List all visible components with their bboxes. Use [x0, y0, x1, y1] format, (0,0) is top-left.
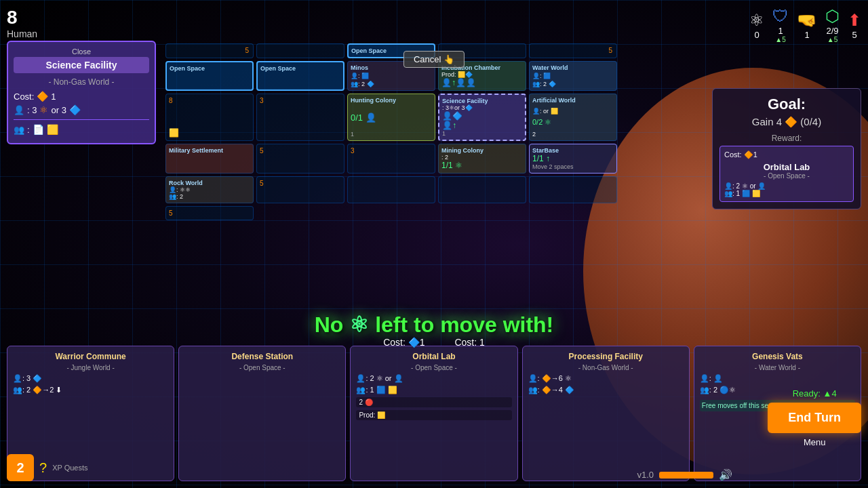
- mining-text: : 2: [441, 154, 448, 161]
- water-text1: 👤: 🟦: [532, 73, 551, 79]
- cost-label: Cost:: [14, 92, 34, 102]
- goal-title: Goal:: [719, 96, 854, 113]
- card-defense-station[interactable]: Defense Station - Open Space -: [178, 346, 346, 481]
- hunting-unit: 0/1 👤: [351, 113, 432, 123]
- map-cell-artificial[interactable]: Artificial World 👤: or 🟨 0/2 ⚛ 2: [529, 94, 617, 141]
- shield-sub: ▲5: [775, 36, 785, 43]
- dome-value: 2/9: [826, 26, 838, 36]
- science-unit2: 👤↑: [442, 121, 522, 130]
- orbital-prod-label: Prod: 🟨: [359, 411, 385, 419]
- genesis-subtitle: - Water World -: [700, 364, 855, 371]
- yellow-icon: 🟨: [47, 124, 58, 135]
- faction-display: Human: [7, 28, 37, 39]
- map-cell-military[interactable]: Military Settlement: [165, 144, 254, 174]
- genesis-title: Genesis Vats: [700, 352, 855, 361]
- minos-resource2: 👥: 2 🔷: [351, 81, 432, 87]
- genesis-req2-text: 👥: 2 🔵⚛: [700, 386, 736, 394]
- xp-area: 2 ? XP Quests: [7, 454, 88, 481]
- incubation-res: Prod: 🟨🔷: [441, 71, 523, 78]
- cost-label1: Cost: 🔷1: [383, 337, 425, 348]
- version-label: v1.0: [637, 470, 654, 480]
- card-orbital-lab[interactable]: Orbital Lab - Open Space - 👤: 2 ⚛ or 👤 👥…: [350, 346, 517, 481]
- warrior-req1: 👤: 3 🔷: [13, 374, 168, 383]
- reward-name: Orbital Lab: [724, 162, 849, 172]
- processing-req2: 👥: 🔶→4 🔷: [528, 386, 684, 394]
- warrior-req2-text: 👥: 2 🔶→2 ⬇: [13, 386, 62, 394]
- science-name: Science Facility: [442, 98, 522, 104]
- map-cell-open-space-1[interactable]: Open Space: [165, 61, 254, 91]
- mining-unit: 1/1 ⚛: [441, 161, 523, 170]
- dome-sub: ▲5: [827, 36, 837, 43]
- shield-value: 1: [778, 26, 783, 36]
- processing-subtitle: - Non-Gas World -: [528, 364, 684, 371]
- science-move: 1: [442, 130, 522, 137]
- message-text: No: [315, 312, 350, 337]
- map-area: 5 Open Space 5 Open Space Open Space Min…: [163, 41, 705, 352]
- science-unit: 👤🔷: [442, 111, 522, 121]
- xp-badge: 2: [7, 454, 34, 481]
- cancel-button[interactable]: Cancel 👆: [403, 51, 465, 68]
- map-cell-hunting[interactable]: Hunting Colony 0/1 👤 1: [347, 94, 435, 141]
- map-cell-rock[interactable]: Rock World 👤: ⚛⚛ 👥: 2: [165, 176, 254, 203]
- hand-value: 1: [804, 30, 809, 40]
- card-title: Science Facility: [14, 57, 149, 73]
- num-3: 3: [260, 97, 341, 104]
- map-cell-2-1: 3: [256, 94, 344, 141]
- warrior-req1-text: 👤: 3 🔷: [13, 374, 42, 383]
- close-label[interactable]: Close: [72, 47, 91, 56]
- processing-req1: 👤: 🔶→6 ⚛: [528, 374, 684, 383]
- volume-icon[interactable]: 🔊: [719, 468, 732, 481]
- message-text2: left to move with!: [369, 312, 553, 337]
- atom-symbol: ⚛: [349, 312, 369, 337]
- xp-quest-button[interactable]: ?: [39, 460, 47, 476]
- map-cell-4-3: [529, 176, 617, 203]
- mining-name: Mining Colony: [441, 147, 523, 154]
- minos-resource: 👤: 🟦: [351, 73, 432, 79]
- hunting-name: Hunting Colony: [351, 97, 432, 104]
- incubation-text: Prod: 🟨🔷: [441, 71, 473, 78]
- rock-text1: 👤: ⚛⚛: [169, 186, 191, 193]
- starbase-move: Move 2 spaces: [532, 163, 614, 170]
- cell-name: Open Space: [260, 65, 340, 72]
- menu-button[interactable]: Menu: [804, 437, 826, 447]
- artificial-text: 👤: or 🟨: [532, 108, 558, 115]
- reward-card: Cost: 🔶1 Orbital Lab - Open Space - 👤: 2…: [719, 146, 854, 202]
- minos-res-text: 👤: 🟦: [351, 73, 369, 79]
- orbital-prod-text: 2 🔴: [359, 399, 372, 406]
- rock-name: Rock World: [169, 180, 250, 186]
- atom-resource-icon: ⚛: [749, 11, 764, 30]
- map-cell-science[interactable]: Science Facility : 3⚛or 3🔷 👤🔷 👤↑ 1: [438, 94, 526, 141]
- map-cell-0-1: [256, 43, 344, 58]
- map-cell-mining[interactable]: Mining Colony : 2 1/1 ⚛: [438, 144, 526, 174]
- resource-bar: ⚛ 0 🛡 1 ▲5 🤜 1 ⬡ 2/9 ▲5 ⬆ 5: [749, 7, 861, 43]
- atom-value: 0: [754, 30, 759, 40]
- cell-num: 5: [608, 47, 612, 54]
- defense-title: Defense Station: [184, 352, 340, 361]
- num-3-3-1: 3: [351, 147, 432, 155]
- warrior-subtitle: - Jungle World -: [13, 364, 168, 371]
- science-facility-card: Close Science Facility - Non-Gas World -…: [7, 41, 156, 144]
- atom-icon: ⚛: [39, 104, 48, 115]
- orbital-req2-text: 👥: 1 🟦 🟨: [356, 386, 397, 394]
- water-res1: 👤: 🟦: [532, 73, 614, 79]
- map-cell-water[interactable]: Water World 👤: 🟦 👥: 2 🔷: [529, 61, 617, 91]
- resource-rank: ⬆ 5: [848, 11, 861, 40]
- goal-desc: Gain 4 🔶 (0/4): [719, 116, 854, 128]
- rock-res2: 👥: 2: [169, 193, 250, 200]
- orbital-prod2: Prod: 🟨: [356, 410, 511, 420]
- bottom-cards-area: Warrior Commune - Jungle World - 👤: 3 🔷 …: [7, 346, 861, 481]
- reward-subtitle: - Open Space -: [724, 172, 849, 180]
- artificial-unit: 0/2 ⚛: [532, 118, 614, 127]
- cell-num: 5: [245, 47, 249, 54]
- end-turn-button[interactable]: End Turn: [768, 403, 861, 433]
- card-processing-facility[interactable]: Processing Facility - Non-Gas World - 👤:…: [522, 346, 690, 481]
- map-cell-starbase[interactable]: StarBase 1/1 ↑ Move 2 spaces: [529, 144, 617, 174]
- map-cell-4-0: 5: [256, 176, 344, 203]
- map-cell-0-0: 5: [165, 43, 254, 58]
- num-5-4-0: 5: [260, 180, 341, 187]
- starbase-name: StarBase: [532, 147, 614, 154]
- mining-res: : 2: [441, 154, 523, 161]
- map-cell-open-space-2[interactable]: Open Space: [256, 61, 344, 91]
- rock-res1: 👤: ⚛⚛: [169, 186, 250, 193]
- goal-panel: Goal: Gain 4 🔶 (0/4) Reward: Cost: 🔶1 Or…: [712, 88, 861, 209]
